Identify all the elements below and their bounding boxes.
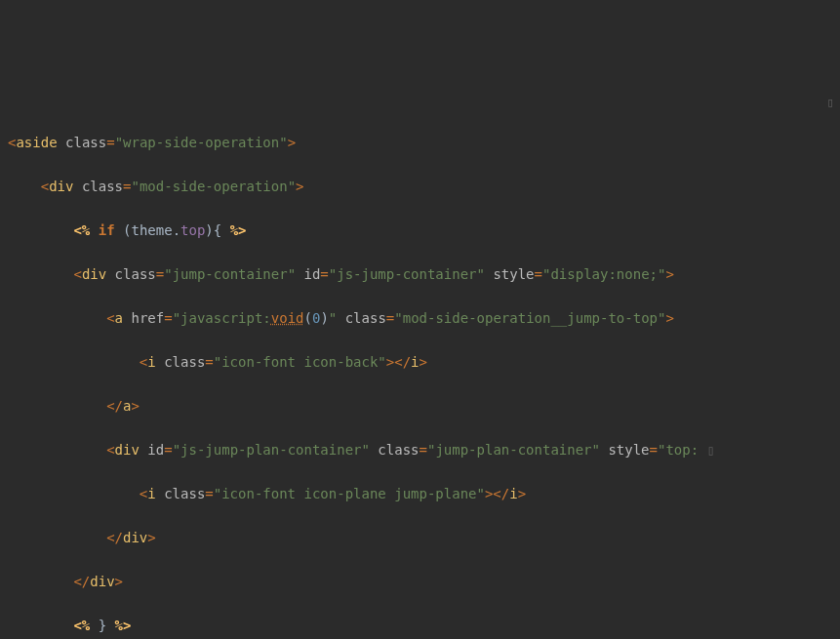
code-line[interactable]: <% } %> (8, 615, 832, 637)
code-line[interactable]: <div class="mod-side-operation"> (8, 176, 832, 198)
code-line[interactable]: <aside class="wrap-side-operation"> (8, 132, 832, 154)
code-line[interactable]: <div class="jump-container" id="js-jump-… (8, 263, 832, 286)
code-line[interactable]: <% if (theme.top){ %> (8, 220, 832, 242)
code-line[interactable]: </div> (8, 527, 832, 549)
code-line[interactable]: <i class="icon-font icon-plane jump-plan… (8, 483, 832, 505)
foldable-region-icon[interactable]: ▯ (826, 92, 834, 114)
code-editor[interactable]: ▯ <aside class="wrap-side-operation"> <d… (0, 88, 840, 639)
code-line[interactable]: </a> (8, 395, 832, 418)
code-line[interactable]: <a href="javascript:void(0)" class="mod-… (8, 307, 832, 330)
code-line[interactable]: <div id="js-jump-plan-container" class="… (8, 439, 832, 461)
code-line[interactable]: </div> (8, 571, 832, 593)
code-line[interactable]: <i class="icon-font icon-back"></i> (8, 351, 832, 374)
